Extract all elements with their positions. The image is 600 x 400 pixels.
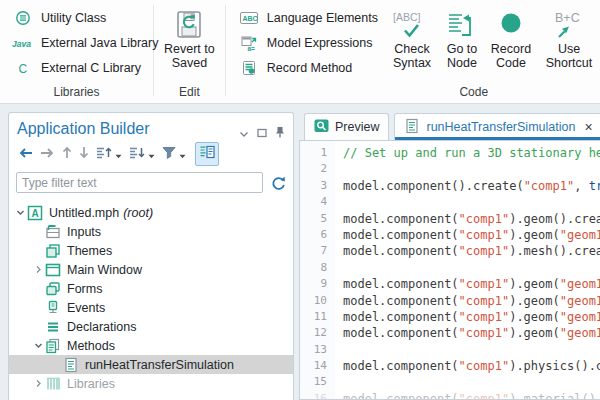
toolbar-collapse-down-list[interactable] xyxy=(127,143,157,165)
toolbar-collapse-up-list[interactable] xyxy=(94,143,124,165)
caret-down-icon xyxy=(179,145,186,163)
svg-text:C: C xyxy=(19,61,28,75)
line-number: 15 xyxy=(300,374,327,390)
svg-text:Java: Java xyxy=(12,38,31,48)
ribbon-button-check-syntax[interactable]: [ABC]Check Syntax xyxy=(386,5,438,70)
tree-item-label: Events xyxy=(67,301,105,315)
line-number: 9 xyxy=(300,276,327,292)
tree-item-events[interactable]: Events xyxy=(9,298,293,317)
line-number: 13 xyxy=(300,342,327,358)
ribbon-button-external-c-library[interactable]: CExternal C Library xyxy=(8,56,153,79)
float-window-icon[interactable] xyxy=(257,124,267,142)
code-panel: 12345678910111213141516 // Set up and ru… xyxy=(299,140,600,400)
panel-title: Application Builder xyxy=(17,120,150,137)
tree-item-declarations[interactable]: Declarations xyxy=(9,317,293,336)
ribbon-button-language-elements[interactable]: ABCLanguage Elements xyxy=(234,6,382,29)
toolbar-move-up-arrow[interactable] xyxy=(60,143,74,165)
tree-item-forms[interactable]: Forms xyxy=(9,279,293,298)
chevron-down-icon[interactable] xyxy=(239,124,249,142)
code-line: model.component("comp1").geom("geom1 xyxy=(343,325,600,341)
line-number-gutter: 12345678910111213141516 xyxy=(300,141,335,399)
ribbon-button-label: Language Elements xyxy=(267,11,378,25)
line-number: 14 xyxy=(300,358,327,374)
ribbon-button-model-expressions[interactable]: a=Model Expressions xyxy=(234,31,382,54)
declarations-icon xyxy=(45,319,62,335)
tab-label: runHeatTransferSimulation xyxy=(426,120,575,134)
ribbon-button-external-java-library[interactable]: JavaExternal Java Library xyxy=(8,31,153,54)
inputs-icon xyxy=(45,224,62,240)
chevron-expanded-icon[interactable] xyxy=(13,208,27,217)
ribbon-group-label: Libraries xyxy=(0,85,153,99)
utility-class-icon xyxy=(12,10,34,26)
ribbon-group-libraries: Utility ClassJavaExternal Java LibraryCE… xyxy=(0,0,153,103)
tree-item-main-window[interactable]: Main Window xyxy=(9,260,293,279)
ribbon-button-label: External Java Library xyxy=(41,36,158,50)
method-icon xyxy=(63,357,80,373)
ribbon-group-edit: Revert to Saved Edit xyxy=(154,0,225,103)
methods-icon xyxy=(45,338,62,354)
pin-icon[interactable] xyxy=(275,124,285,142)
tree-item-label: Themes xyxy=(67,244,112,258)
chevron-expanded-icon[interactable] xyxy=(31,341,45,350)
tree-item-methods[interactable]: Methods xyxy=(9,336,293,355)
toolbar-back-arrow[interactable] xyxy=(16,143,35,165)
tree-item-label: Untitled.mph xyxy=(49,206,119,220)
toolbar-move-down-arrow[interactable] xyxy=(77,143,91,165)
ribbon-button-label: Record Method xyxy=(267,61,352,75)
ribbon-button-revert-to-saved[interactable]: Revert to Saved xyxy=(159,5,219,70)
svg-text:B+C: B+C xyxy=(555,11,580,25)
toolbar-forward-arrow[interactable] xyxy=(38,143,57,165)
use-shortcut-icon: B+C xyxy=(550,8,588,42)
caret-down-icon xyxy=(148,145,155,163)
ribbon-button-go-to-node[interactable]: Go to Node xyxy=(440,5,484,70)
close-icon[interactable]: × xyxy=(584,120,592,134)
ribbon-button-label: External C Library xyxy=(41,61,141,75)
line-number: 10 xyxy=(300,293,327,309)
code-editor[interactable]: // Set up and run a 3D stationary he mod… xyxy=(335,141,600,399)
ribbon-button-use-shortcut[interactable]: B+CUse Shortcut xyxy=(538,5,600,70)
ribbon-button-record-code[interactable]: Record Code xyxy=(486,5,536,70)
ribbon-button-utility-class[interactable]: Utility Class xyxy=(8,6,153,29)
caret-down-icon xyxy=(115,145,122,163)
c-library-icon: C xyxy=(12,60,34,76)
svg-text:A: A xyxy=(32,208,39,219)
toolbar-filter-funnel[interactable] xyxy=(160,143,188,165)
filter-funnel-icon xyxy=(162,145,176,163)
code-line xyxy=(343,194,600,210)
java-library-icon: Java xyxy=(12,35,34,51)
tree-item-label: Methods xyxy=(67,339,115,353)
revert-to-saved-icon xyxy=(172,8,206,42)
chevron-collapsed-icon[interactable] xyxy=(31,265,45,274)
chevron-collapsed-icon[interactable] xyxy=(31,379,45,388)
app-root-icon: A xyxy=(27,205,44,221)
tree-item-libraries[interactable]: Libraries xyxy=(9,374,293,393)
tab-preview[interactable]: Preview xyxy=(304,113,389,140)
model-expressions-icon: a= xyxy=(238,35,260,51)
toolbar-model-tree-text[interactable] xyxy=(195,142,219,166)
ribbon-button-label: Revert to Saved xyxy=(159,42,219,70)
line-number: 3 xyxy=(300,178,327,194)
line-number: 7 xyxy=(300,243,327,259)
code-line: model.component().create("comp1", tr xyxy=(343,178,600,194)
collapse-up-list-icon xyxy=(96,145,112,163)
line-number: 12 xyxy=(300,325,327,341)
code-line xyxy=(343,260,600,276)
tree-item-label: Declarations xyxy=(67,320,136,334)
tab-runheattransfersimulation[interactable]: runHeatTransferSimulation× xyxy=(394,113,600,140)
tree-item-runheattransfersimulation[interactable]: runHeatTransferSimulation xyxy=(9,355,293,374)
libraries-icon xyxy=(45,376,62,392)
tree-item-untitled-mph[interactable]: AUntitled.mph(root) xyxy=(9,203,293,222)
line-number: 16 xyxy=(300,391,327,400)
tree-item-themes[interactable]: Themes xyxy=(9,241,293,260)
refresh-icon[interactable] xyxy=(270,175,286,191)
back-arrow-icon xyxy=(18,145,33,163)
code-line: model.component("comp1").mesh().crea xyxy=(343,243,600,259)
filter-row xyxy=(9,169,293,197)
ribbon-button-label: Utility Class xyxy=(41,11,106,25)
filter-input[interactable] xyxy=(16,172,263,193)
line-number: 8 xyxy=(300,260,327,276)
tree-item-inputs[interactable]: Inputs xyxy=(9,222,293,241)
ribbon-button-record-method[interactable]: Record Method xyxy=(234,56,382,79)
ribbon-button-label: Record Code xyxy=(486,42,536,70)
code-line: model.component("comp1").geom("geom1 xyxy=(343,309,600,325)
